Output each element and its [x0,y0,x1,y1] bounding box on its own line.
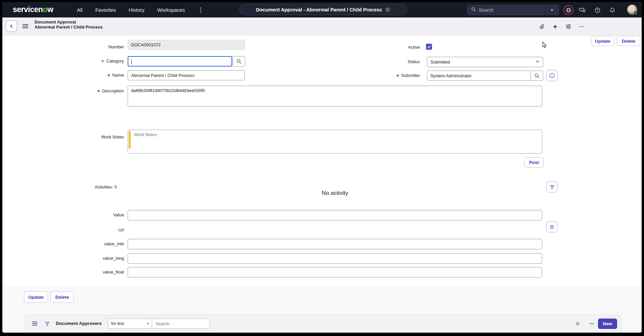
help-icon [594,7,601,13]
attachment-button[interactable] [538,23,545,30]
language-globe-button[interactable] [563,5,573,15]
text-caret [131,59,132,64]
connect-chat-button[interactable] [577,5,587,15]
activity-filter-button[interactable] [546,181,558,193]
delete-button[interactable]: Delete [617,36,640,46]
ai-assist-button[interactable] [551,23,559,30]
footer-update-button[interactable]: Update [24,291,48,303]
related-list-search-scope[interactable]: for text ▾ [108,319,152,329]
value-input[interactable] [128,210,542,220]
related-list-new-button[interactable]: New [598,319,617,329]
servicenow-logo[interactable]: servicenow [13,5,53,14]
category-field-group [128,56,245,67]
spark-icon [552,24,558,30]
back-button[interactable] [6,20,17,32]
activities-count-label: Activities: 0 [95,184,135,190]
submitter-input[interactable] [427,71,531,81]
category-label: ∗Category [63,58,124,64]
work-notes-label: Work Notes [63,134,124,140]
footer-delete-button[interactable]: Delete [50,291,74,303]
number-input[interactable] [128,40,245,50]
related-list-partial-row: Document = Abnormal Parent / Child Proce… [29,332,331,333]
active-label: Active [359,45,420,50]
personalize-form-button[interactable] [565,23,572,30]
search-icon [237,59,242,64]
search-icon [534,73,540,78]
context-record-pill[interactable]: Document Approval - Abnormal Parent / Ch… [239,4,407,15]
related-list-menu-icon[interactable] [32,322,37,326]
status-label: Status [359,59,420,65]
related-list-settings-button[interactable] [574,320,581,327]
value-label: Value [63,212,124,218]
chat-icon [579,7,586,13]
number-label: Number [63,44,124,50]
no-activity-message: No activity [322,190,348,197]
context-record-title: Document Approval - Abnormal Parent / Ch… [256,7,382,12]
related-list-title: Document Approvers [56,321,102,326]
related-list-collapse-button[interactable] [588,320,595,327]
nav-item-favorites[interactable]: Favorites [95,7,116,13]
sliders-icon [565,24,571,30]
chevron-down-icon: ▾ [551,8,553,12]
search-scope-dropdown[interactable]: ▾ [545,5,559,15]
record-title-name: Abnormal Parent / Child Process [35,25,102,30]
name-input[interactable] [128,70,245,80]
submitter-field-group [427,71,543,81]
value-float-input[interactable] [128,267,542,278]
post-button[interactable]: Post [524,157,544,168]
chevron-left-icon [9,24,13,28]
chevron-down-icon [535,59,540,65]
notifications-button[interactable] [607,5,617,15]
user-status-dot [634,12,638,15]
value-inte-input[interactable] [128,239,542,249]
global-search-input[interactable] [479,7,545,13]
lock-icon [549,224,555,229]
description-label: ∗Description [63,88,124,94]
related-list-search-input[interactable] [152,319,210,329]
minus-icon [589,321,594,326]
info-icon [549,73,555,79]
record-title-table: Document Approval [35,19,102,25]
description-textarea[interactable]: da6f8c93f6194070b10d64483ee030f0 [128,86,542,107]
url-label: Url [63,227,124,233]
active-checkbox[interactable] [426,44,432,50]
related-list-header: Document Approvers for text ▾ New [25,314,622,332]
global-search: ▾ [467,5,559,15]
paperclip-icon [539,24,545,30]
nav-more-icon[interactable]: ⋮ [198,6,203,13]
work-notes-stripe [129,131,131,149]
value-long-label: value_long [63,256,124,261]
work-notes-textarea[interactable] [128,130,542,154]
url-lock-button[interactable] [546,221,558,233]
record-title: Document Approval Abnormal Parent / Chil… [35,19,102,30]
more-actions-button[interactable]: ⋯ [578,23,585,30]
related-list-filter-button[interactable] [43,320,51,327]
app-window: servicenow All Favorites History Workspa… [2,2,642,333]
update-button[interactable]: Update [591,36,614,46]
nav-menu: All Favorites History Workspaces ⋮ [77,2,203,17]
form-context-menu-icon[interactable] [23,24,28,28]
nav-item-workspaces[interactable]: Workspaces [157,7,185,13]
user-avatar[interactable] [627,5,637,15]
search-icon [471,7,476,13]
category-lookup-button[interactable] [233,56,245,67]
required-indicator: ∗ [396,73,399,78]
status-select[interactable]: Submitted [427,57,543,67]
nav-item-history[interactable]: History [129,7,144,13]
value-float-label: value_float [63,269,124,275]
help-button[interactable] [592,5,602,15]
globe-icon [566,7,571,13]
nav-item-all[interactable]: All [77,7,83,13]
submitter-lookup-button[interactable] [531,71,543,81]
submitter-preview-button[interactable] [546,70,558,81]
mouse-cursor [542,42,547,50]
chevron-down-icon: ▾ [147,322,149,325]
bell-icon [609,7,615,13]
gear-icon [575,321,581,327]
submitter-label: ∗Submitter [359,73,420,78]
value-inte-label: value_inte [63,241,124,247]
value-long-input[interactable] [128,253,542,264]
name-label: ∗Name [63,73,124,78]
favorite-star-icon[interactable] [385,7,390,12]
category-input[interactable] [128,56,232,67]
